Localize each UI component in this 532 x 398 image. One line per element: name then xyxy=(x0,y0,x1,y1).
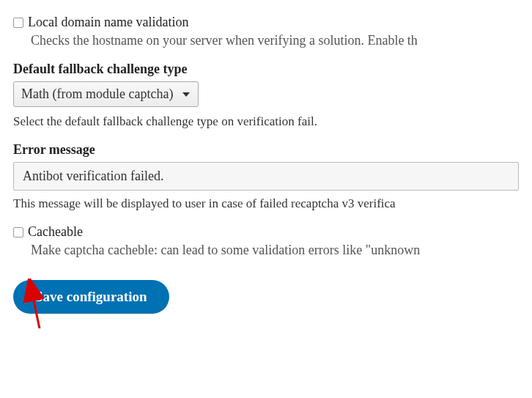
error-message-help: This message will be displayed to user i… xyxy=(13,196,519,211)
fallback-label: Default fallback challenge type xyxy=(13,62,519,77)
local-domain-label: Local domain name validation xyxy=(28,15,188,30)
cacheable-field: Cacheable Make captcha cacheble: can lea… xyxy=(13,224,519,258)
local-domain-field: Local domain name validation Checks the … xyxy=(13,15,519,48)
error-message-input[interactable] xyxy=(13,162,519,191)
cacheable-checkbox[interactable] xyxy=(13,227,23,237)
fallback-selected-value: Math (from module captcha) xyxy=(21,86,173,102)
cacheable-description: Make captcha cacheble: can lead to some … xyxy=(31,243,519,258)
error-message-label: Error message xyxy=(13,142,519,158)
error-message-field: Error message This message will be displ… xyxy=(13,142,519,211)
cacheable-label: Cacheable xyxy=(28,224,83,240)
chevron-down-icon xyxy=(182,90,191,99)
fallback-field: Default fallback challenge type Math (fr… xyxy=(13,62,519,129)
fallback-help: Select the default fallback challenge ty… xyxy=(13,114,519,129)
local-domain-checkbox[interactable] xyxy=(13,18,23,28)
local-domain-description: Checks the hostname on your server when … xyxy=(31,33,519,48)
save-button[interactable]: Save configuration xyxy=(13,280,169,314)
fallback-select[interactable]: Math (from module captcha) xyxy=(13,81,199,107)
